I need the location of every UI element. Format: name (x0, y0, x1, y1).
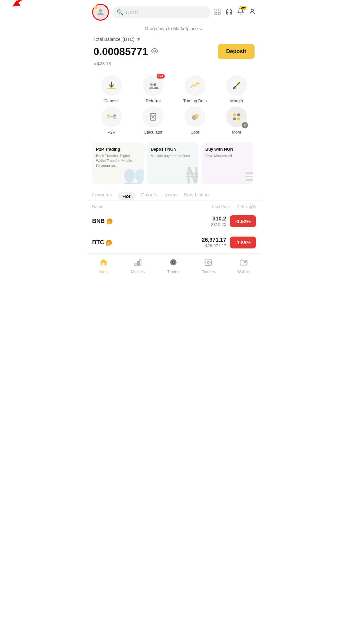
balance-dropdown-icon[interactable]: ▼ (136, 37, 141, 42)
promo-p2p[interactable]: P2P Trading Bank Transfer, Digital Walle… (92, 142, 144, 184)
promo-ngn-desc: Multiple payment options (151, 154, 195, 158)
btc-label: BTC (92, 239, 104, 246)
action-more-label: More (232, 130, 241, 135)
nav-markets[interactable]: Markets (131, 258, 145, 274)
avatar-wrapper[interactable] (92, 4, 109, 21)
svg-rect-8 (107, 88, 116, 89)
svg-rect-3 (218, 9, 220, 11)
nav-wallets[interactable]: Wallets (237, 258, 250, 274)
promo-p2p-icon: 👥 (123, 164, 144, 184)
bnb-price-usd: $310.20 (159, 222, 226, 227)
promo-buy-ngn[interactable]: Buy with NGN Visa, Mastercard ≡ (201, 142, 253, 184)
tab-hot[interactable]: Hot (118, 192, 135, 200)
svg-rect-5 (215, 12, 217, 14)
header-icons: 99+ (214, 8, 256, 17)
balance-row: 0.00085771 Deposit (93, 44, 255, 59)
promo-ngn-title: Deposit NGN (151, 147, 195, 152)
search-icon: 🔍 (117, 9, 123, 16)
svg-point-36 (172, 262, 174, 263)
tab-losers[interactable]: Losers (163, 192, 178, 201)
balance-section: Total Balance (BTC) ▼ 0.00085771 Deposit… (87, 32, 261, 69)
svg-point-17 (113, 115, 115, 117)
market-row-bnb[interactable]: BNB 310.2 $310.20 -1.62% (87, 211, 261, 232)
notification-icon[interactable]: 99+ (237, 8, 244, 17)
promo-buy-desc: Visa, Mastercard (205, 154, 249, 158)
bnb-change-badge: -1.62% (230, 215, 256, 227)
bnb-fire-icon (107, 219, 112, 224)
col-chg: 24h chg% (237, 204, 256, 209)
nav-trades[interactable]: Trades (167, 258, 179, 274)
btc-fire-icon (106, 240, 112, 246)
tab-gainers[interactable]: Gainers (141, 192, 158, 201)
spot-icon-wrap (185, 107, 205, 127)
action-more[interactable]: ✎ More (218, 107, 256, 135)
notification-badge: 99+ (239, 6, 247, 10)
bottom-nav: Home Markets Trades Futures Wallets (87, 253, 261, 281)
trading-bots-icon-wrap (185, 75, 205, 96)
market-row-btc[interactable]: BTC 26,971.17 $26,971.17 -1.85% (87, 232, 261, 253)
nav-markets-label: Markets (131, 270, 145, 274)
nav-home-label: Home (98, 270, 109, 274)
eye-icon[interactable] (151, 47, 158, 56)
svg-point-0 (99, 9, 102, 12)
deposit-button[interactable]: Deposit (218, 44, 255, 59)
quick-actions-grid: Deposit Hot Referral Trading Bots Margin… (87, 69, 261, 138)
promo-ngn-icon: ₦ (185, 163, 198, 184)
market-tabs: Favorites Hot Gainers Losers New Listing (87, 189, 261, 201)
balance-title: Total Balance (BTC) ▼ (93, 37, 255, 42)
action-p2p[interactable]: P2P (92, 107, 131, 135)
referral-icon-wrap: Hot (143, 75, 163, 96)
btc-price: 26,971.17 (159, 237, 226, 243)
fullscreen-icon[interactable] (214, 8, 221, 17)
nav-home[interactable]: Home (98, 258, 109, 274)
nav-wallets-label: Wallets (237, 270, 250, 274)
nav-futures-label: Futures (202, 270, 215, 274)
action-p2p-label: P2P (107, 130, 115, 135)
markets-icon (134, 258, 142, 268)
header: 🔍 USDT 99+ (87, 0, 261, 24)
col-name: Name (92, 204, 103, 209)
bnb-price: 310.2 (159, 216, 226, 222)
btc-price-col: 26,971.17 $26,971.17 (159, 237, 226, 248)
col-price: Last Price (212, 204, 231, 209)
headset-icon[interactable] (226, 8, 233, 17)
action-trading-bots-label: Trading Bots (183, 98, 207, 103)
nav-futures[interactable]: Futures (202, 258, 215, 274)
promo-buy-title: Buy with NGN (205, 147, 249, 152)
svg-rect-28 (233, 117, 236, 120)
svg-rect-33 (140, 259, 141, 265)
action-referral[interactable]: Hot Referral (134, 75, 173, 103)
btc-price-usd: $26,971.17 (159, 243, 226, 248)
balance-usd: ≈ $23.13 (93, 61, 255, 66)
svg-point-15 (107, 115, 109, 117)
action-deposit[interactable]: Deposit (92, 75, 131, 103)
calculator-icon-wrap (143, 107, 163, 127)
action-margin[interactable]: Margin (218, 75, 256, 103)
action-trading-bots[interactable]: Trading Bots (176, 75, 214, 103)
action-spot[interactable]: Spot (176, 107, 214, 135)
futures-icon (204, 258, 212, 268)
search-bar[interactable]: 🔍 USDT (112, 6, 211, 18)
svg-rect-32 (137, 261, 139, 266)
svg-rect-26 (233, 113, 236, 116)
drag-marketplace-label: Drag down to Marketplace ⌄ (145, 26, 203, 31)
svg-rect-4 (218, 12, 220, 14)
avatar-dot (94, 5, 98, 10)
svg-point-6 (251, 9, 253, 12)
margin-icon-wrap (226, 75, 247, 96)
svg-line-13 (233, 82, 240, 89)
drag-label-section: Drag down to Marketplace ⌄ (87, 24, 261, 32)
action-calculator-label: Calculator (144, 130, 163, 135)
bnb-label: BNB (92, 218, 105, 225)
profile-icon[interactable] (249, 8, 256, 16)
promo-deposit-ngn[interactable]: Deposit NGN Multiple payment options ₦ (147, 142, 198, 184)
tab-favorites[interactable]: Favorites (92, 192, 112, 201)
svg-point-9 (150, 83, 153, 86)
svg-point-10 (153, 83, 156, 86)
tab-new-listing[interactable]: New Listing (184, 192, 209, 201)
balance-number: 0.00085771 (93, 46, 148, 58)
hot-badge: Hot (157, 74, 165, 79)
coin-bnb: BNB (92, 218, 159, 225)
action-calculator[interactable]: Calculator (134, 107, 173, 135)
svg-point-38 (207, 261, 209, 264)
